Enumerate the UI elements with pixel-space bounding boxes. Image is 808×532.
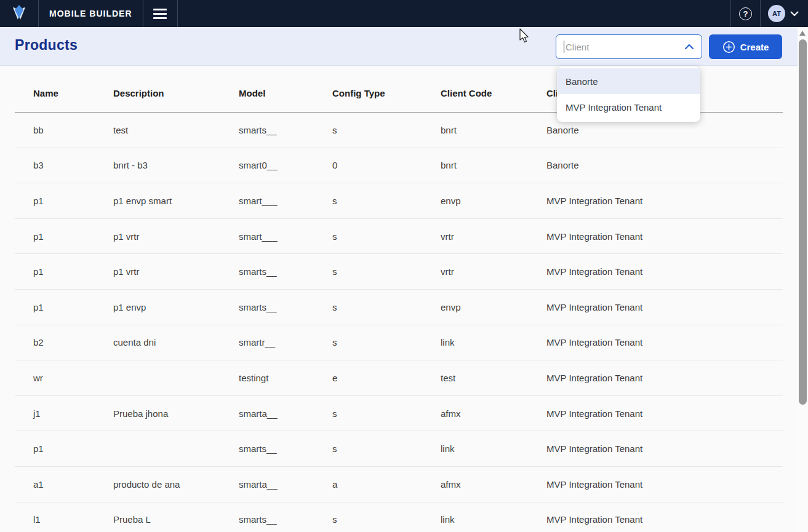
hamburger-menu-icon[interactable] [143,0,178,27]
cell-name: l1 [33,514,113,525]
cell-config-type: s [332,266,441,277]
column-header-client-code: Client Code [441,88,546,98]
chevron-down-icon [790,8,799,19]
dropdown-option-banorte[interactable]: Banorte [557,68,700,94]
question-mark-icon: ? [739,7,752,20]
vertical-scrollbar [798,27,808,532]
cell-client-code: link [441,443,546,454]
cell-name: p1 [33,266,113,277]
avatar: AT [768,5,785,22]
cell-client: MVP Integration Tenant [546,443,783,454]
cell-model: smarts__ [239,443,332,454]
cell-client-code: bnrt [441,125,546,135]
cell-config-type: s [332,337,441,347]
cell-client: MVP Integration Tenant [546,302,783,312]
cell-name: p1 [33,302,113,312]
cell-config-type: s [332,302,441,312]
table-row[interactable]: p1 p1 vrtr smart___ s vrtr MVP Integrati… [15,219,783,255]
app-logo [0,0,39,27]
cell-client: MVP Integration Tenant [546,373,783,383]
cell-client-code: link [441,337,546,347]
cell-client: MVP Integration Tenant [546,408,783,419]
cell-name: j1 [33,408,113,419]
cell-description: bnrt - b3 [113,160,239,170]
page-header: Products Client Create [0,27,798,66]
cell-model: smarta__ [239,408,332,419]
cell-model: smart0__ [239,160,332,170]
cell-description: p1 envp [113,302,239,312]
scrollbar-up-arrow[interactable] [799,31,806,36]
cell-model: smarts__ [239,514,332,525]
cell-config-type: s [332,408,441,419]
cell-client-code: envp [441,196,546,206]
cell-description: test [113,125,239,135]
cell-description: Prueba jhona [113,408,239,419]
cell-description: cuenta dni [113,337,239,347]
cell-description: p1 envp smart [113,196,239,206]
table-row[interactable]: a1 producto de ana smarta__ a afmx MVP I… [15,467,783,502]
table-row[interactable]: wr testingt e test MVP Integration Tenan… [15,360,783,396]
cell-client-code: vrtr [441,231,546,242]
page-title: Products [15,37,78,54]
cell-config-type: 0 [332,160,441,170]
cell-model: testingt [239,373,332,383]
cell-config-type: s [332,125,441,135]
cell-config-type: s [332,514,441,525]
column-header-config-type: Config Type [332,88,441,98]
cell-client: MVP Integration Tenant [546,514,783,525]
cell-client-code: bnrt [441,160,546,170]
cell-client: MVP Integration Tenant [546,337,783,347]
cell-client: MVP Integration Tenant [546,196,783,206]
top-navbar: MOBILE BUILDER ? AT [0,0,808,27]
cell-description: producto de ana [113,479,239,490]
chevron-up-icon[interactable] [684,41,694,52]
table-row[interactable]: b3 bnrt - b3 smart0__ 0 bnrt Banorte [15,148,783,184]
column-header-model: Model [239,88,332,98]
create-button-label: Create [740,42,769,52]
cell-client-code: afmx [441,479,546,490]
table-row[interactable]: b2 cuenta dni smartr__ s link MVP Integr… [15,325,783,361]
client-filter-combobox[interactable]: Client [556,34,702,59]
cell-client: MVP Integration Tenant [546,231,783,242]
cell-client: MVP Integration Tenant [546,479,783,490]
cell-client: Banorte [546,160,783,170]
cell-name: wr [33,373,113,383]
help-button[interactable]: ? [730,0,760,27]
scrollbar-thumb[interactable] [799,39,807,405]
table-row[interactable]: j1 Prueba jhona smarta__ s afmx MVP Inte… [15,396,783,432]
logo-icon [12,4,26,23]
navbar-spacer [178,0,730,27]
client-filter-placeholder: Client [566,42,684,52]
cell-client-code: link [441,514,546,525]
dropdown-option-mvp[interactable]: MVP Integration Tenant [557,94,700,120]
brand-title: MOBILE BUILDER [39,0,143,27]
cell-client: Banorte [546,125,783,135]
cell-client-code: envp [441,302,546,312]
column-header-name: Name [33,88,113,98]
account-menu[interactable]: AT [760,0,808,27]
table-row[interactable]: p1 p1 envp smarts__ s envp MVP Integrati… [15,290,783,325]
cell-description: p1 vrtr [113,266,239,277]
cell-name: p1 [33,443,113,454]
cell-model: smart___ [239,231,332,242]
table-row[interactable]: p1 p1 vrtr smarts__ s vrtr MVP Integrati… [15,254,783,290]
table-row[interactable]: p1 p1 envp smart smart___ s envp MVP Int… [15,183,783,219]
cell-name: p1 [33,196,113,206]
cell-model: smarta__ [239,479,332,490]
cell-description: p1 vrtr [113,231,239,242]
cell-model: smarts__ [239,266,332,277]
cell-config-type: s [332,231,441,242]
cell-description: Prueba L [113,514,239,525]
cell-client-code: test [441,373,546,383]
cell-model: smarts__ [239,125,332,135]
table-body: bb test smarts__ s bnrt Banorte b3 bnrt … [15,113,783,532]
products-table: Name Description Model Config Type Clien… [15,66,783,532]
table-row[interactable]: l1 Prueba L smarts__ s link MVP Integrat… [15,502,783,532]
cell-name: bb [33,125,113,135]
cell-config-type: a [332,479,441,490]
cell-client-code: vrtr [441,266,546,277]
create-button[interactable]: Create [709,34,782,59]
text-cursor [564,41,564,53]
table-row[interactable]: p1 smarts__ s link MVP Integration Tenan… [15,431,783,467]
cell-name: a1 [33,479,113,490]
